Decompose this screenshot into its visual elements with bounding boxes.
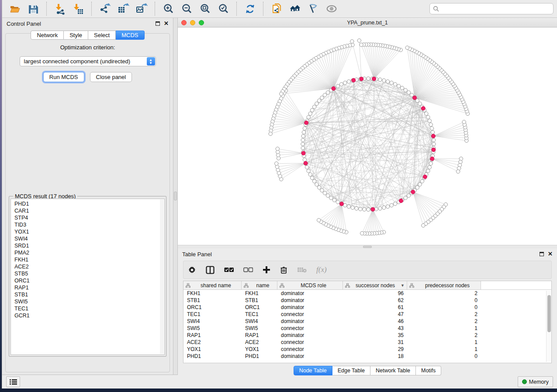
table-cell[interactable]: connector <box>277 311 343 318</box>
network-graph[interactable] <box>178 28 557 245</box>
table-cell[interactable]: STB1 <box>183 297 242 304</box>
table-cell[interactable]: 35 <box>343 332 407 339</box>
table-cell[interactable]: connector <box>277 339 343 346</box>
refresh-layout-icon[interactable] <box>244 3 256 15</box>
search-input[interactable] <box>429 3 554 14</box>
table-cell[interactable]: SWI4 <box>183 318 242 325</box>
memory-button[interactable]: Memory <box>518 376 553 387</box>
mcds-result-item[interactable]: ORC1 <box>14 277 164 284</box>
table-cell[interactable]: YOX1 <box>242 346 277 353</box>
table-row[interactable]: TEC1TEC1connector472 <box>183 311 551 318</box>
tab-style[interactable]: Style <box>64 31 88 40</box>
table-cell[interactable]: ORC1 <box>242 304 277 311</box>
add-column-icon[interactable] <box>263 266 270 274</box>
close-panel-icon[interactable]: ✕ <box>164 21 169 26</box>
table-cell[interactable]: 0 <box>407 353 481 360</box>
mcds-result-item[interactable]: SWI5 <box>14 298 164 305</box>
table-row[interactable]: SWI5SWI5connector431 <box>183 325 551 332</box>
float-panel-icon[interactable] <box>540 252 544 256</box>
table-row[interactable]: ACE2ACE2connector311 <box>183 339 551 346</box>
export-table-icon[interactable] <box>117 3 129 15</box>
run-mcds-button[interactable]: Run MCDS <box>43 72 84 82</box>
select-all-checkboxes-icon[interactable] <box>224 267 234 272</box>
table-row[interactable]: SWI4SWI4dominator462 <box>183 318 551 325</box>
mcds-result-item[interactable]: PMA2 <box>14 249 164 256</box>
table-scrollbar-thumb[interactable] <box>547 295 551 332</box>
table-cell[interactable]: 2 <box>407 318 481 325</box>
table-cell[interactable]: 0 <box>407 304 481 311</box>
table-cell[interactable]: 43 <box>343 325 407 332</box>
tab-network-table[interactable]: Network Table <box>370 366 416 375</box>
mcds-result-item[interactable]: PHD1 <box>14 200 164 207</box>
mcds-result-item[interactable]: STB5 <box>14 270 164 277</box>
table-cell[interactable]: 0 <box>407 297 481 304</box>
tab-network[interactable]: Network <box>31 31 64 40</box>
mcds-result-item[interactable]: SWI4 <box>14 235 164 242</box>
tab-motifs[interactable]: Motifs <box>416 366 441 375</box>
tab-mcds[interactable]: MCDS <box>116 31 144 40</box>
mcds-result-list[interactable]: PHD1CAR1STP4TID3YOX1SWI4SRD1PMA2FKH1ACE2… <box>10 199 165 355</box>
table-cell[interactable]: 1 <box>407 339 481 346</box>
zoom-fit-icon[interactable] <box>199 3 211 15</box>
import-network-icon[interactable] <box>54 3 66 15</box>
table-scrollbar[interactable] <box>546 291 551 362</box>
table-cell[interactable]: YOX1 <box>183 346 242 353</box>
table-cell[interactable]: SWI5 <box>242 325 277 332</box>
table-cell[interactable]: 29 <box>343 346 407 353</box>
table-cell[interactable]: 1 <box>407 325 481 332</box>
horizontal-splitter[interactable] <box>178 245 557 248</box>
table-cell[interactable]: SWI5 <box>183 325 242 332</box>
table-cell[interactable]: dominator <box>277 290 343 297</box>
export-network-icon[interactable] <box>99 3 111 15</box>
column-header-shared-name[interactable]: shared name <box>183 281 242 289</box>
table-cell[interactable]: 96 <box>343 290 407 297</box>
table-cell[interactable]: 2 <box>407 290 481 297</box>
table-cell[interactable]: 46 <box>343 318 407 325</box>
import-table-icon[interactable] <box>72 3 84 15</box>
table-cell[interactable]: SWI4 <box>242 318 277 325</box>
mcds-result-item[interactable]: FKH1 <box>14 256 164 263</box>
table-cell[interactable]: 62 <box>343 297 407 304</box>
mcds-result-item[interactable]: STP4 <box>14 214 164 221</box>
table-cell[interactable]: dominator <box>277 304 343 311</box>
table-cell[interactable]: TEC1 <box>242 311 277 318</box>
delete-columns-icon[interactable] <box>280 266 287 274</box>
tab-node-table[interactable]: Node Table <box>294 366 332 375</box>
table-cell[interactable]: 1 <box>407 346 481 353</box>
mcds-result-item[interactable]: YOX1 <box>14 228 164 235</box>
table-row[interactable]: YOX1YOX1connector291 <box>183 346 551 353</box>
network-canvas[interactable] <box>178 28 557 245</box>
table-cell[interactable]: 31 <box>343 339 407 346</box>
splitter-grip[interactable] <box>174 192 177 200</box>
mcds-result-item[interactable]: GCR1 <box>14 312 164 319</box>
float-panel-icon[interactable] <box>156 21 160 26</box>
table-cell[interactable]: connector <box>277 346 343 353</box>
table-cell[interactable]: ORC1 <box>183 304 242 311</box>
zoom-selected-icon[interactable] <box>217 3 229 15</box>
table-cell[interactable]: dominator <box>277 353 343 360</box>
split-panel-icon[interactable] <box>206 266 214 274</box>
table-cell[interactable]: RAP1 <box>183 332 242 339</box>
table-cell[interactable]: connector <box>277 325 343 332</box>
network-home-icon[interactable] <box>289 3 301 15</box>
table-cell[interactable]: dominator <box>277 318 343 325</box>
show-graphics-details-icon[interactable] <box>325 3 338 15</box>
mcds-result-item[interactable]: TID3 <box>14 221 164 228</box>
table-cell[interactable]: 47 <box>343 311 407 318</box>
column-header-predecessor-nodes[interactable]: predecessor nodes <box>407 281 481 289</box>
zoom-in-icon[interactable] <box>162 3 174 15</box>
save-session-icon[interactable] <box>27 3 39 15</box>
style-preview-icon[interactable] <box>307 3 319 15</box>
table-row[interactable]: RAP1RAP1dominator352 <box>183 332 551 339</box>
splitter-grip[interactable] <box>363 246 372 248</box>
close-panel-icon[interactable]: ✕ <box>548 252 553 256</box>
tab-edge-table[interactable]: Edge Table <box>332 366 370 375</box>
close-panel-button[interactable]: Close panel <box>90 72 132 82</box>
mcds-result-item[interactable]: ACE2 <box>14 263 164 270</box>
export-image-icon[interactable] <box>135 3 148 15</box>
table-cell[interactable]: FKH1 <box>242 290 277 297</box>
table-cell[interactable]: PHD1 <box>183 353 242 360</box>
deselect-all-checkboxes-icon[interactable] <box>243 267 253 272</box>
table-cell[interactable]: PHD1 <box>242 353 277 360</box>
settings-gear-icon[interactable] <box>188 266 196 274</box>
